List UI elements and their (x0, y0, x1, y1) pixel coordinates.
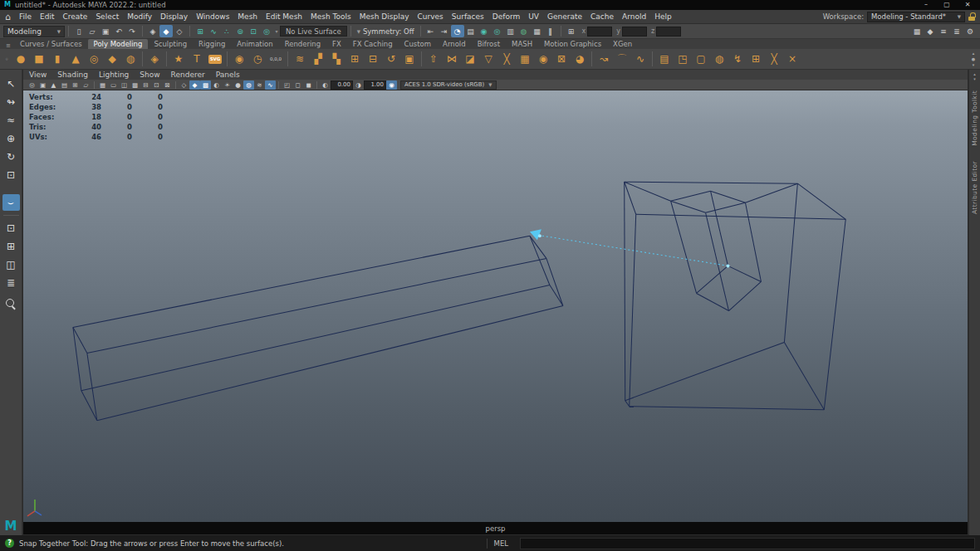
shelf-tab-xgen[interactable]: XGen (607, 39, 638, 49)
wireframe-cube[interactable] (625, 182, 846, 410)
merge-vertices-icon[interactable]: ⊞ (345, 50, 364, 68)
attribute-editor-toggle-icon[interactable]: ≣ (950, 25, 963, 37)
menu-windows[interactable]: Windows (192, 12, 233, 21)
bevel-icon[interactable]: ◪ (461, 50, 479, 68)
safe-action-icon[interactable]: ⊡ (151, 80, 162, 90)
render-settings-icon[interactable]: ▦ (531, 25, 544, 37)
coordinate-input-z[interactable] (656, 27, 681, 37)
menu-cache[interactable]: Cache (586, 12, 618, 21)
shelf-tab-rigging[interactable]: Rigging (193, 39, 231, 49)
shelf-scroll-up-icon[interactable]: ▴ (973, 51, 975, 56)
shelf-options-icon[interactable]: ◦ (2, 56, 12, 63)
gate-mask-icon[interactable]: ▩ (130, 80, 140, 90)
two-d-pan-zoom-icon[interactable]: ⊞ (70, 80, 81, 90)
output-operations-icon[interactable]: ⇥ (438, 25, 451, 37)
isolate-select-icon[interactable]: ◰ (282, 80, 292, 90)
x-ray-joints-icon[interactable]: ◼ (303, 80, 314, 90)
view-transform-selector[interactable]: ACES 1.0 SDR-video (sRGB)▼ (400, 80, 497, 90)
hypershade-icon[interactable]: ◍ (517, 25, 531, 37)
shelf-tab-arnold[interactable]: Arnold (437, 39, 472, 49)
pencil-curve-tool-icon[interactable]: ∿ (631, 50, 649, 68)
help-icon[interactable]: ? (5, 539, 14, 548)
wireframe-long-box[interactable] (73, 236, 563, 420)
poly-plane-icon[interactable]: ◆ (103, 50, 121, 68)
automatic-mapping-icon[interactable]: ◳ (674, 50, 692, 68)
ep-curve-tool-icon[interactable]: ↝ (595, 50, 613, 68)
snap-together-tool[interactable]: ⌣ (2, 194, 20, 211)
poly-reduce-icon[interactable]: ▽ (479, 50, 497, 68)
make-object-live-icon[interactable]: ◎ (260, 25, 273, 37)
rotate-tool[interactable]: ↻ (2, 149, 20, 165)
wireframe-display-icon[interactable]: ◇ (179, 80, 189, 90)
render-sequence-icon[interactable]: ▥ (504, 25, 517, 37)
resolution-gate-icon[interactable]: ◫ (119, 80, 130, 90)
multisample-aa-icon[interactable]: ∿ (265, 80, 276, 90)
snap-to-points-icon[interactable]: ∴ (220, 25, 233, 37)
wireframe-inner-prism[interactable] (625, 182, 798, 310)
uv-editor-icon[interactable]: ⊞ (747, 50, 765, 68)
ipr-render-icon[interactable]: ◎ (491, 25, 504, 37)
shelf-tab-poly-modeling[interactable]: Poly Modeling (88, 39, 149, 49)
poly-torus-icon[interactable]: ◎ (85, 50, 103, 68)
relative-coordinates-icon[interactable]: ⊞ (565, 25, 578, 37)
menu-select[interactable]: Select (91, 12, 123, 21)
screen-space-ao-icon[interactable]: ◍ (243, 80, 254, 90)
shelf-tab-motion-graphics[interactable]: Motion Graphics (538, 39, 607, 49)
shelf-tab-animation[interactable]: Animation (231, 39, 278, 49)
close-button[interactable]: ✕ (959, 0, 976, 10)
strip-scroll-down-icon[interactable]: ▾ (973, 76, 976, 81)
snap-options-arrow-icon[interactable]: ▾ (273, 25, 280, 37)
select-by-hierarchy-icon[interactable]: ◈ (146, 25, 159, 37)
menu-arnold[interactable]: Arnold (618, 12, 650, 21)
shelf-menu-icon[interactable]: ≡ (2, 42, 14, 49)
persp-outliner-layout[interactable]: ≣ (2, 275, 20, 291)
menu-help[interactable]: Help (650, 12, 676, 21)
side-tab-modeling-toolkit[interactable]: Modeling Toolkit (971, 83, 978, 154)
reset-pivot-icon[interactable]: ◷ (248, 50, 267, 68)
cylindrical-mapping-icon[interactable]: ▢ (692, 50, 710, 68)
project-curve-icon[interactable]: ⊠ (552, 50, 571, 68)
film-gate-icon[interactable]: ▭ (108, 80, 119, 90)
shelf-scroll-thumb[interactable]: ● (972, 56, 975, 61)
combine-icon[interactable]: ≋ (291, 50, 309, 68)
snap-to-curves-icon[interactable]: ∿ (207, 25, 220, 37)
redo-icon[interactable]: ↷ (125, 25, 139, 37)
poly-type-icon[interactable]: T (188, 50, 206, 68)
menu-set-selector[interactable]: Modeling ▼ (3, 26, 65, 37)
zoom-tool-icon[interactable] (6, 299, 16, 309)
field-chart-icon[interactable]: ⊟ (140, 80, 151, 90)
move-tool[interactable]: ⊕ (2, 130, 20, 147)
sweep-mesh-icon[interactable]: ★ (169, 50, 188, 68)
coordinate-input-x[interactable] (587, 27, 612, 37)
undo-icon[interactable]: ↶ (112, 25, 125, 37)
minimize-button[interactable]: – (918, 0, 934, 10)
manipulator-handle[interactable] (538, 234, 541, 237)
shelf-tab-bifrost[interactable]: Bifrost (472, 39, 506, 49)
channel-box-toggle-icon[interactable]: ≡ (937, 25, 950, 37)
pause-viewport-icon[interactable]: ‖ (544, 25, 557, 37)
camera-attributes-icon[interactable]: ▣ (37, 80, 48, 90)
cut-uv-edges-icon[interactable]: ╳ (765, 50, 783, 68)
two-pane-layout[interactable]: ◫ (2, 256, 20, 273)
menu-file[interactable]: File (15, 12, 36, 21)
snap-to-grids-icon[interactable]: ⊞ (194, 25, 207, 37)
menu-curves[interactable]: Curves (414, 12, 448, 21)
textured-display-icon[interactable]: ▩ (200, 80, 211, 90)
four-pane-layout[interactable]: ⊞ (2, 238, 20, 255)
strip-scroll-icons[interactable]: ▴ ▾ (973, 70, 976, 83)
multi-cut-icon[interactable]: ╳ (497, 50, 516, 68)
duplicate-face-icon[interactable]: ▣ (400, 50, 419, 68)
shelf-scroll-down-icon[interactable]: ▾ (973, 62, 975, 67)
save-scene-icon[interactable]: ▣ (99, 25, 112, 37)
poly-sphere-icon[interactable]: ● (12, 50, 30, 68)
make-live-surface-icon[interactable]: ◉ (230, 50, 248, 68)
viewport-3d-canvas[interactable]: Verts:2400Edges:3800Faces:1800Tris:4000U… (23, 90, 968, 522)
spherical-mapping-icon[interactable]: ◍ (710, 50, 728, 68)
input-operations-icon[interactable]: ⇤ (424, 25, 438, 37)
workspace-lock-icon[interactable] (968, 12, 975, 21)
shelf-tab-mash[interactable]: MASH (506, 39, 538, 49)
mirror-geometry-icon[interactable]: ↺ (382, 50, 400, 68)
menu-modify[interactable]: Modify (123, 12, 156, 21)
menu-mesh[interactable]: Mesh (233, 12, 262, 21)
select-by-component-icon[interactable]: ◇ (173, 25, 186, 37)
